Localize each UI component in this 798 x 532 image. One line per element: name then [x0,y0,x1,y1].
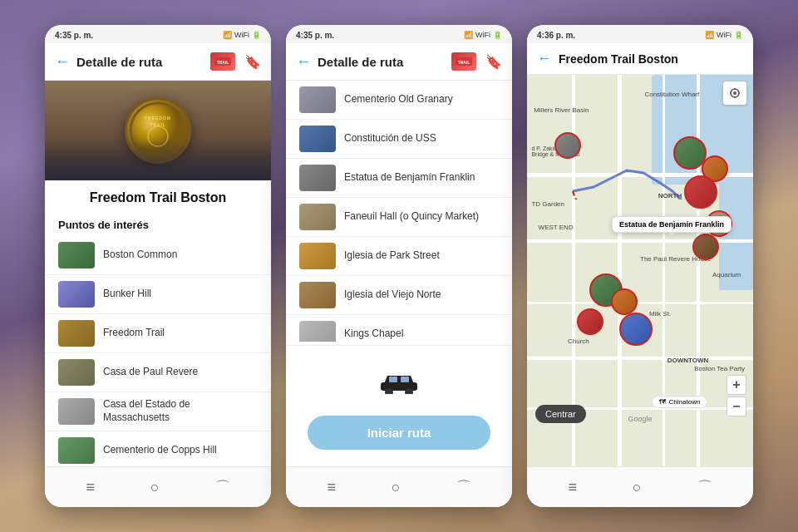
list-item[interactable]: Bunker Hill [45,275,271,314]
status-icons-2: 📶 WiFi 🔋 [464,31,502,39]
back-icon-2[interactable]: ⌒ [450,474,478,500]
back-icon-1[interactable]: ⌒ [209,474,237,500]
list-item[interactable]: Faneuil Hall (o Quincy Market) [286,198,512,237]
list-item[interactable]: Iglesia del Viejo Norte [286,276,512,315]
home-icon-2[interactable]: ○ [385,475,407,500]
time-2: 4:35 p. m. [296,31,334,40]
zoom-out-button[interactable]: − [727,397,746,416]
map-pin-8[interactable] [577,308,603,335]
bookmark-button-1[interactable]: 🔖 [244,54,261,70]
logo-image-2: TRAIL [451,52,476,71]
locate-button[interactable] [723,81,746,105]
hero-buildings-1 [45,139,271,180]
poi-thumbnail [58,359,95,386]
svg-text:FREEDOM: FREEDOM [145,116,171,121]
poi-thumbnail [299,86,336,113]
map-tooltip: Estatua de Benjamín Franklin [612,216,732,233]
back-button-3[interactable]: ← [537,50,552,67]
poi-thumbnail [58,320,95,347]
header-title-2: Detalle de ruta [318,55,442,69]
list-item[interactable]: Casa de Paul Revere [45,353,271,392]
list-item[interactable]: Boston Common [45,236,271,275]
poi-name: Constitución de USS [344,132,436,145]
signal-icon-3: 📶 [705,31,714,39]
menu-icon-1[interactable]: ≡ [79,475,101,500]
status-bar-3: 4:36 p. m. 📶 WiFi 🔋 [527,25,753,43]
chinatown-pill: 🗺 Chinatown [652,396,708,408]
zoom-in-button[interactable]: + [727,375,746,395]
map-header-3: ← Freedom Trail Boston [527,43,753,75]
list-item[interactable]: Cementerio Old Granary [286,81,512,120]
poi-list-1[interactable]: Boston Common Bunker Hill Freedom Trail … [45,236,271,466]
label-north: NORTH [658,192,682,200]
center-button[interactable]: Centrar [535,405,586,423]
list-item[interactable]: Estatua de Benjamín Franklin [286,159,512,198]
back-button-1[interactable]: ← [55,53,70,71]
poi-name: Boston Common [103,249,177,262]
car-section: Iniciar ruta [286,345,512,466]
map-pin-10[interactable] [554,132,581,159]
poi-thumbnail [58,281,95,308]
poi-thumbnail [299,165,336,191]
battery-icon-3: 🔋 [734,31,743,39]
label-aquarium: Aquarium [712,271,741,278]
phone-2: 4:35 p. m. 📶 WiFi 🔋 ← Detalle de ruta TR… [286,25,512,507]
battery-icon-1: 🔋 [252,31,261,39]
poi-thumbnail [299,243,336,269]
back-icon-3[interactable]: ⌒ [691,474,719,500]
time-1: 4:35 p. m. [55,31,93,40]
signal-icon-2: 📶 [464,31,473,39]
street-h3 [527,302,753,304]
bottom-nav-3: ≡ ○ ⌒ [527,466,753,507]
map-pin-7[interactable] [611,288,638,315]
bottom-nav-2: ≡ ○ ⌒ [286,466,512,507]
menu-icon-2[interactable]: ≡ [320,475,342,500]
list-item[interactable]: Kings Chapel [286,315,512,342]
map-pin-3[interactable] [684,175,717,209]
time-3: 4:36 p. m. [537,31,575,40]
chinatown-icon: 🗺 [659,398,666,406]
label-west-end: WEST END [539,224,574,231]
poi-thumbnail [299,126,336,152]
back-button-2[interactable]: ← [296,53,311,71]
poi-name: Kings Chapel [344,328,403,341]
street-h4 [527,357,753,360]
google-logo: Google [628,415,652,423]
home-icon-1[interactable]: ○ [144,475,166,500]
list-item[interactable]: Cementerio de Copps Hill [45,431,271,466]
label-milk: Milk St. [649,310,671,318]
list-item[interactable]: Iglesia de Park Street [286,237,512,276]
map-container[interactable]: Constitution Wharf Millers River Basin d… [527,75,753,466]
bottom-nav-1: ≡ ○ ⌒ [45,466,271,507]
poi-name: Cementerio Old Granary [344,93,453,106]
list-item[interactable]: Freedom Trail [45,314,271,353]
wifi-icon-1: WiFi [234,31,249,39]
poi-name: Faneuil Hall (o Quincy Market) [344,210,479,224]
poi-thumbnail [58,437,95,464]
map-pin-5[interactable] [692,234,719,260]
label-td-garden: TD Garden [531,200,564,208]
poi-name: Bunker Hill [103,288,151,301]
menu-icon-3[interactable]: ≡ [561,475,584,500]
header-title-1: Detalle de ruta [76,55,201,69]
label-millers: Millers River Basin [534,106,589,114]
start-route-button[interactable]: Iniciar ruta [308,416,490,450]
label-boston-tea: Boston Tea Party [694,365,745,372]
poi-name: Iglesia de Park Street [344,249,440,263]
status-icons-3: 📶 WiFi 🔋 [705,31,743,39]
svg-rect-11 [389,377,397,382]
bookmark-button-2[interactable]: 🔖 [485,54,502,70]
battery-icon-2: 🔋 [493,31,502,39]
section-title-1: Puntos de interés [45,212,271,236]
map-pin-9[interactable] [619,313,653,346]
list-item[interactable]: Constitución de USS [286,120,512,159]
phone-1: 4:35 p. m. 📶 WiFi 🔋 ← Detalle de ruta TR… [45,25,271,507]
list-item[interactable]: Casa del Estado de Massachusetts [45,392,271,431]
label-constitution-wharf: Constitution Wharf [644,91,699,98]
poi-list-2[interactable]: Cementerio Old Granary Constitución de U… [286,81,512,342]
status-bar-1: 4:35 p. m. 📶 WiFi 🔋 [45,25,271,43]
svg-text:TRAIL: TRAIL [217,60,229,65]
home-icon-3[interactable]: ○ [626,475,648,500]
phone-3: 4:36 p. m. 📶 WiFi 🔋 ← Freedom Trail Bost… [527,25,753,507]
poi-thumbnail [299,282,336,308]
